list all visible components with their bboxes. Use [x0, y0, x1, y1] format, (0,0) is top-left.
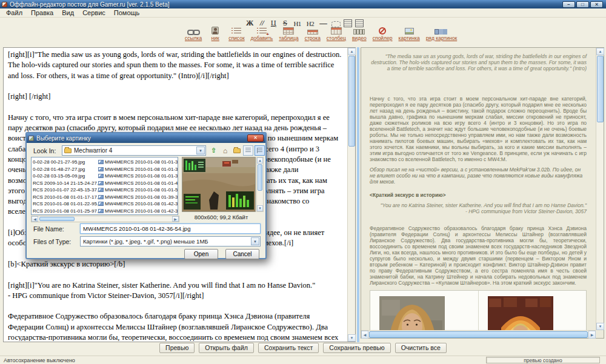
insert-image-row-button[interactable]: ряд картинок — [426, 28, 458, 41]
file-item[interactable]: RCS 2010-01-08 01-01-17-17.jpg — [33, 194, 98, 201]
victor-portrait-image — [488, 296, 553, 330]
insert-add-button[interactable]: добавить — [251, 28, 273, 41]
file-list[interactable]: 0-02-28 00-21-27-95.jpg 0-02-28 01-48-27… — [31, 157, 178, 215]
insert-nick-button[interactable]: ник — [208, 27, 222, 41]
statusbar: Автосохранение выключено превью создано — [0, 356, 606, 364]
insert-image-button[interactable]: картинка — [399, 28, 420, 41]
image-preview-thumbnail — [182, 157, 256, 212]
scroll-thumb[interactable] — [348, 56, 355, 147]
scroll-down-icon[interactable]: ▼ — [348, 334, 356, 342]
file-item[interactable]: MW4MERCS 2010-01-08 01-42-36-54.jpg — [98, 200, 178, 208]
minimize-icon[interactable]: − — [562, 1, 575, 8]
file-item[interactable]: RCS 2010-01-08 01-01-25-97.jpg — [33, 208, 98, 215]
file-item[interactable]: RCS 2009-10-14 21-15-24-27.jpg — [33, 180, 98, 187]
insert-list-button[interactable]: список — [228, 28, 244, 41]
file-item[interactable]: 0-02-28 00-21-27-95.jpg — [33, 159, 98, 166]
details-view-icon — [257, 148, 262, 153]
new-folder-button[interactable] — [231, 145, 242, 156]
menu-help[interactable]: Помощь — [110, 8, 145, 17]
files-of-type-value: Картинки (*.jpg, *.jpeg, *.gif, *.png) м… — [83, 238, 208, 245]
menu-service[interactable]: Сервис — [79, 8, 110, 17]
toolbar-item-label: столбец — [327, 36, 346, 41]
scroll-down-icon[interactable]: ▼ — [596, 323, 604, 330]
preview-button[interactable]: Превью — [159, 343, 195, 353]
menu-view[interactable]: Вид — [58, 8, 79, 17]
dialog-close-icon[interactable]: ✕ — [247, 134, 264, 142]
scroll-up-icon[interactable]: ▲ — [257, 157, 263, 164]
scroll-thumb[interactable] — [369, 331, 588, 338]
file-item[interactable]: MW4MERCS 2010-01-08 01-39-39-33.jpg — [98, 194, 178, 201]
file-name-text: RCS 2010-01-07 22-45-15-37.jpg — [33, 187, 98, 193]
scroll-thumb[interactable] — [597, 56, 604, 122]
details-view-button[interactable] — [255, 145, 265, 156]
table-row-icon — [307, 30, 318, 35]
scroll-down-icon[interactable]: ▼ — [257, 205, 263, 211]
table-column-icon — [331, 27, 342, 35]
file-picker-dialog: Выберите картинку ✕ Look In: Mechwarrior… — [25, 132, 267, 259]
files-of-type-combobox[interactable]: Картинки (*.jpg, *.jpeg, *.gif, *.png) м… — [80, 236, 261, 247]
file-name-input[interactable]: MW4MERCS 2010-01-08 01-42-36-54.jpg — [80, 223, 261, 234]
dialog-titlebar[interactable]: Выберите картинку ✕ — [27, 133, 265, 143]
close-icon[interactable]: ✕ — [590, 1, 603, 8]
image-file-icon — [98, 181, 104, 185]
list-view-button[interactable] — [243, 145, 253, 156]
file-name-text: MW4MERCS 2010-01-08 01-39-39-33.jpg — [105, 194, 178, 200]
file-item[interactable]: 0-02-28 03-15-05-09.jpg — [33, 173, 98, 180]
look-in-combobox[interactable]: Mechwarrior 4 ▼ — [62, 145, 206, 156]
menu-file[interactable]: Файл — [2, 8, 27, 17]
open-file-button[interactable]: Открыть файл — [199, 343, 254, 353]
menu-edit[interactable]: Правка — [27, 8, 58, 17]
titlebar[interactable]: Оффлайн-редактор постов для Gamer.ru [ve… — [0, 0, 606, 8]
file-item[interactable]: RCS 2010-01-07 22-45-15-37.jpg — [33, 187, 98, 194]
file-item[interactable]: MW4MERCS 2010-01-08 01-01-53-26.jpg — [98, 187, 178, 194]
preview-thumbnail-vscrollbar[interactable]: ▲ ▼ — [256, 157, 264, 212]
insert-spoiler-button[interactable]: спойлер — [373, 27, 393, 41]
file-item[interactable]: MW4MERCS 2010-01-08 01-01-32-46.jpg — [98, 159, 178, 166]
insert-column-button[interactable]: столбец — [327, 27, 346, 41]
insert-link-button[interactable]: ссылка — [185, 28, 202, 41]
toolbar-item-label: видео — [352, 36, 367, 41]
file-list-hscrollbar[interactable]: ◀ ▶ — [31, 216, 179, 222]
scroll-thumb[interactable] — [39, 217, 75, 221]
insert-row-button[interactable]: строка — [305, 30, 321, 41]
file-name-text: 0-02-28 03-15-05-09.jpg — [33, 173, 85, 179]
open-button[interactable]: Open — [184, 249, 218, 259]
scroll-left-icon[interactable]: ◀ — [32, 216, 38, 222]
insert-table-button[interactable]: таблица — [279, 27, 298, 41]
pane-splitter[interactable] — [357, 47, 359, 342]
file-item[interactable]: MW4MERCS 2010-01-08 01-01-43-97.jpg — [98, 180, 178, 187]
editor-vscrollbar[interactable]: ▲ ▼ — [347, 48, 355, 342]
file-name-text: MW4MERCS 2010-01-08 01-01-43-97.jpg — [105, 180, 178, 186]
up-one-level-button[interactable]: ⇧ — [208, 145, 219, 156]
file-item[interactable]: MW4MERCS 2010-01-08 01-01-37-40.jpg — [98, 173, 178, 180]
files-of-type-label: Files of Type: — [33, 238, 71, 245]
scroll-right-icon[interactable]: ▶ — [588, 331, 596, 339]
file-item[interactable]: 0-02-28 01-48-27-27.jpg — [33, 166, 98, 173]
list-icon — [231, 28, 241, 35]
file-item[interactable]: MW4MERCS 2010-01-08 01-42-37-92.jpg — [98, 208, 178, 215]
insert-video-button[interactable]: видео — [352, 29, 367, 41]
mechwarrior-screenshot-preview — [182, 157, 255, 211]
scroll-up-icon[interactable]: ▲ — [596, 48, 604, 55]
scroll-up-icon[interactable]: ▲ — [348, 48, 356, 55]
cancel-button[interactable]: Cancel — [225, 249, 259, 259]
toolbar-item-label: список — [228, 36, 244, 41]
preview-pane: "The media saw us as young gods, lords o… — [361, 47, 604, 339]
file-name-text: RCS 2010-01-08 01-01-22-95.jpg — [33, 201, 98, 207]
preview-vscrollbar[interactable]: ▲ ▼ — [596, 48, 604, 330]
toolbar-item-label: картинка — [399, 36, 420, 41]
scroll-left-icon[interactable]: ◀ — [361, 331, 368, 339]
save-text-button[interactable]: Сохранить текст — [258, 343, 319, 353]
file-item[interactable]: RCS 2010-01-08 01-01-22-95.jpg — [33, 200, 98, 208]
chevron-down-icon[interactable]: ▼ — [196, 147, 205, 154]
maximize-icon[interactable]: □ — [576, 1, 589, 8]
chevron-down-icon[interactable]: ▼ — [251, 237, 259, 245]
file-name-text: RCS 2010-01-08 01-01-25-97.jpg — [33, 208, 98, 214]
save-preview-button[interactable]: Сохранить превью — [323, 343, 390, 353]
home-button[interactable]: ⌂ — [220, 145, 230, 156]
file-name-text: MW4MERCS 2010-01-08 01-01-53-26.jpg — [105, 187, 178, 193]
preview-hscrollbar[interactable]: ◀ ▶ — [361, 330, 596, 338]
file-item[interactable]: MW4MERCS 2010-01-08 01-01-34-64.jpg — [98, 166, 178, 173]
scroll-thumb[interactable] — [258, 164, 262, 191]
clear-all-button[interactable]: Очистить все — [395, 343, 447, 353]
